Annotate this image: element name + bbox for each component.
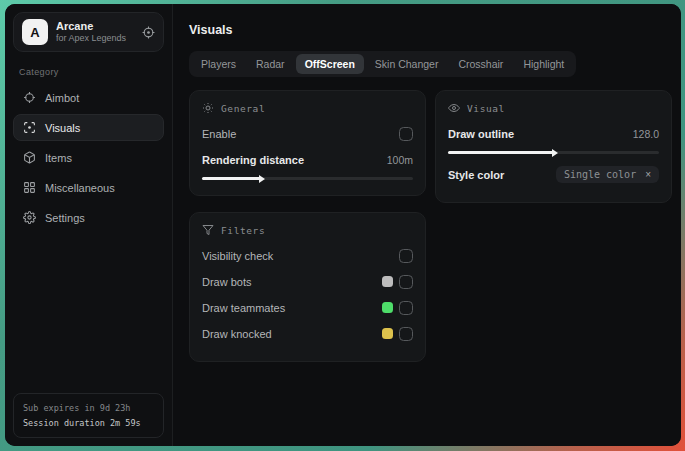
draw-outline-value: 128.0 — [633, 128, 659, 140]
sidebar-item-miscellaneous[interactable]: Miscellaneous — [13, 174, 164, 201]
tab-bar: Players Radar OffScreen Skin Changer Cro… — [189, 51, 576, 77]
page-title: Visuals — [189, 23, 672, 37]
sun-icon — [202, 102, 214, 114]
brand-card: A Arcane for Apex Legends — [13, 12, 164, 52]
app-subtitle: for Apex Legends — [56, 33, 126, 44]
sidebar-item-label: Settings — [45, 212, 85, 224]
style-color-select[interactable]: Single color × — [556, 166, 659, 183]
sidebar: A Arcane for Apex Legends Category — [5, 4, 173, 446]
cards-grid: General Enable Rendering distance 100m — [189, 90, 672, 362]
draw-outline-row: Draw outline 128.0 — [448, 123, 659, 144]
session-duration-text: Session duration 2m 59s — [23, 416, 154, 430]
style-color-label: Style color — [448, 169, 504, 181]
draw-knocked-row: Draw knocked — [202, 323, 413, 344]
card-title: General — [221, 103, 265, 114]
draw-outline-slider[interactable] — [448, 151, 659, 154]
enable-row: Enable — [202, 123, 413, 144]
draw-knocked-label: Draw knocked — [202, 328, 272, 340]
visibility-check-row: Visibility check — [202, 245, 413, 266]
rendering-distance-value: 100m — [387, 154, 413, 166]
app-logo: A — [22, 19, 48, 45]
tab-offscreen[interactable]: OffScreen — [296, 54, 364, 74]
sidebar-item-label: Visuals — [45, 122, 80, 134]
style-color-row: Style color Single color × — [448, 164, 659, 185]
crosshair-icon — [23, 91, 36, 104]
tab-skin-changer[interactable]: Skin Changer — [366, 54, 448, 74]
card-title: Visual — [467, 103, 505, 114]
app-window: A Arcane for Apex Legends Category — [5, 4, 681, 446]
filter-icon — [202, 224, 214, 236]
slider-fill — [202, 177, 261, 180]
draw-teammates-row: Draw teammates — [202, 297, 413, 318]
draw-teammates-label: Draw teammates — [202, 302, 285, 314]
app-name: Arcane — [56, 20, 126, 34]
draw-knocked-color-swatch[interactable] — [382, 328, 393, 339]
category-label: Category — [19, 67, 158, 77]
sidebar-item-aimbot[interactable]: Aimbot — [13, 84, 164, 111]
draw-outline-label: Draw outline — [448, 128, 514, 140]
draw-bots-label: Draw bots — [202, 276, 252, 288]
draw-bots-color-swatch[interactable] — [382, 276, 393, 287]
slider-fill — [448, 151, 554, 154]
filters-card-header: Filters — [202, 224, 413, 236]
slider-thumb[interactable] — [259, 175, 265, 183]
sidebar-item-label: Miscellaneous — [45, 182, 115, 194]
subscription-info: Sub expires in 9d 23h Session duration 2… — [13, 393, 164, 438]
sub-expiry-text: Sub expires in 9d 23h — [23, 401, 154, 415]
style-color-selected-value: Single color — [564, 169, 636, 180]
main-panel: Visuals Players Radar OffScreen Skin Cha… — [173, 4, 681, 446]
general-card-header: General — [202, 102, 413, 114]
draw-bots-row: Draw bots — [202, 271, 413, 292]
draw-teammates-checkbox[interactable] — [399, 301, 413, 315]
draw-bots-checkbox[interactable] — [399, 275, 413, 289]
sidebar-item-items[interactable]: Items — [13, 144, 164, 171]
rendering-distance-row: Rendering distance 100m — [202, 149, 413, 170]
target-icon[interactable] — [142, 26, 155, 39]
eye-icon — [448, 102, 460, 114]
sidebar-item-label: Items — [45, 152, 72, 164]
sidebar-item-label: Aimbot — [45, 92, 79, 104]
visual-card-header: Visual — [448, 102, 659, 114]
brand-text: Arcane for Apex Legends — [56, 20, 126, 45]
sidebar-item-settings[interactable]: Settings — [13, 204, 164, 231]
tab-highlight[interactable]: Highlight — [514, 54, 573, 74]
draw-teammates-color-swatch[interactable] — [382, 302, 393, 313]
visibility-check-label: Visibility check — [202, 250, 273, 262]
grid-icon — [23, 181, 36, 194]
package-icon — [23, 151, 36, 164]
visibility-check-checkbox[interactable] — [399, 249, 413, 263]
tab-players[interactable]: Players — [192, 54, 245, 74]
close-icon[interactable]: × — [645, 169, 651, 180]
gear-icon — [23, 211, 36, 224]
enable-label: Enable — [202, 128, 236, 140]
filters-card: Filters Visibility check Draw bots — [189, 212, 426, 362]
slider-thumb[interactable] — [552, 149, 558, 157]
sidebar-nav: Aimbot Visuals — [13, 84, 164, 231]
card-title: Filters — [221, 225, 265, 236]
rendering-distance-label: Rendering distance — [202, 154, 304, 166]
general-card: General Enable Rendering distance 100m — [189, 90, 426, 196]
enable-checkbox[interactable] — [399, 127, 413, 141]
eye-icon — [23, 121, 36, 134]
draw-knocked-checkbox[interactable] — [399, 327, 413, 341]
tab-radar[interactable]: Radar — [247, 54, 294, 74]
rendering-distance-slider[interactable] — [202, 177, 413, 180]
visual-card: Visual Draw outline 128.0 Style color Si… — [435, 90, 672, 203]
sidebar-item-visuals[interactable]: Visuals — [13, 114, 164, 141]
tab-crosshair[interactable]: Crosshair — [449, 54, 512, 74]
